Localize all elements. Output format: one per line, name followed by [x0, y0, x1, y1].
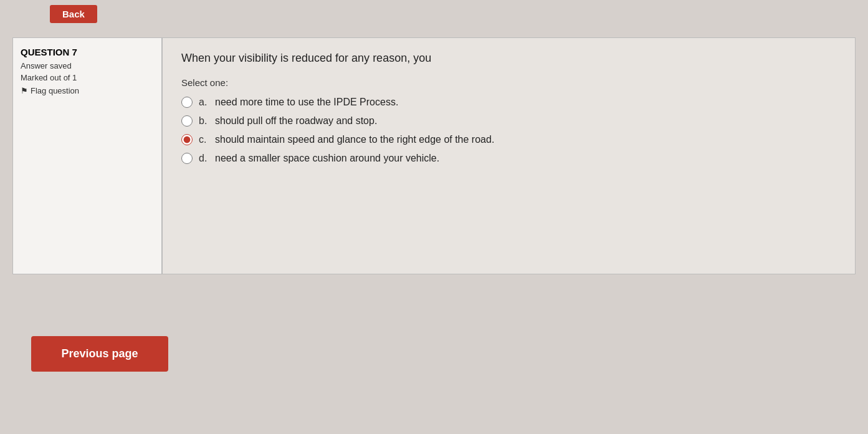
- question-sidebar: QUESTION 7 Answer saved Marked out of 1 …: [12, 37, 162, 274]
- options-list: a. need more time to use the IPDE Proces…: [181, 97, 836, 164]
- select-one-label: Select one:: [181, 77, 836, 88]
- option-a[interactable]: a. need more time to use the IPDE Proces…: [181, 97, 836, 108]
- flag-question-button[interactable]: ⚑ Flag question: [21, 86, 154, 95]
- option-c[interactable]: c. should maintain speed and glance to t…: [181, 134, 836, 145]
- option-b-letter: b.: [199, 115, 209, 127]
- question-area: When your visibility is reduced for any …: [162, 37, 856, 274]
- back-button[interactable]: Back: [50, 5, 97, 23]
- question-number: QUESTION 7: [21, 47, 154, 57]
- marked-out-of: Marked out of 1: [21, 73, 154, 82]
- main-content: QUESTION 7 Answer saved Marked out of 1 …: [12, 37, 856, 274]
- flag-icon: ⚑: [21, 86, 28, 95]
- question-text: When your visibility is reduced for any …: [181, 51, 836, 66]
- option-b-text: should pull off the roadway and stop.: [215, 115, 377, 127]
- radio-b[interactable]: [181, 115, 193, 127]
- flag-question-label: Flag question: [31, 86, 79, 95]
- answer-saved-status: Answer saved: [21, 61, 154, 70]
- option-d-letter: d.: [199, 153, 209, 164]
- radio-d[interactable]: [181, 153, 193, 164]
- option-a-letter: a.: [199, 97, 209, 108]
- option-c-letter: c.: [199, 134, 209, 145]
- radio-c[interactable]: [181, 134, 193, 145]
- option-d-text: need a smaller space cushion around your…: [215, 153, 439, 164]
- option-d[interactable]: d. need a smaller space cushion around y…: [181, 153, 836, 164]
- option-b[interactable]: b. should pull off the roadway and stop.: [181, 115, 836, 127]
- option-a-text: need more time to use the IPDE Process.: [215, 97, 398, 108]
- previous-page-button[interactable]: Previous page: [31, 336, 168, 372]
- radio-a[interactable]: [181, 97, 193, 108]
- option-c-text: should maintain speed and glance to the …: [215, 134, 494, 145]
